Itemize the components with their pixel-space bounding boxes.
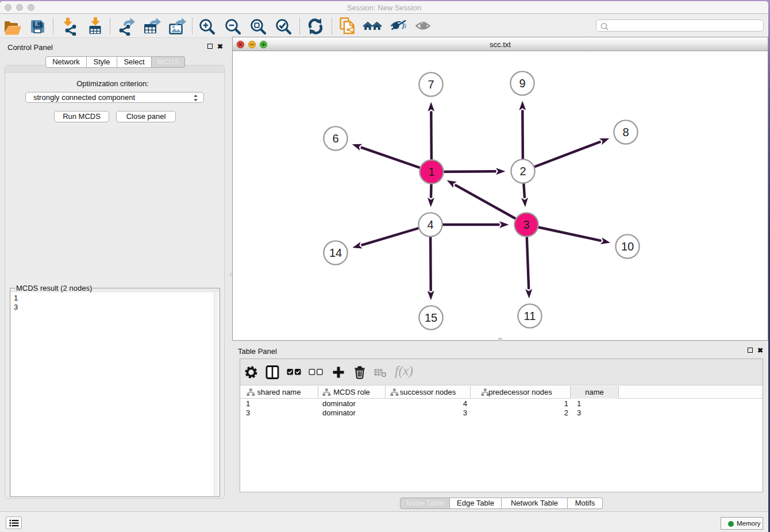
svg-text:3: 3 — [523, 218, 529, 231]
svg-text:15: 15 — [425, 311, 437, 324]
svg-text:2: 2 — [519, 165, 526, 178]
svg-text:6: 6 — [332, 132, 338, 145]
svg-text:7: 7 — [428, 78, 434, 91]
svg-text:11: 11 — [524, 310, 536, 322]
svg-text:1: 1 — [428, 165, 434, 178]
svg-text:4: 4 — [427, 218, 433, 231]
svg-text:14: 14 — [329, 246, 342, 259]
svg-text:9: 9 — [519, 77, 525, 90]
svg-text:10: 10 — [621, 240, 634, 253]
svg-text:8: 8 — [622, 126, 629, 138]
